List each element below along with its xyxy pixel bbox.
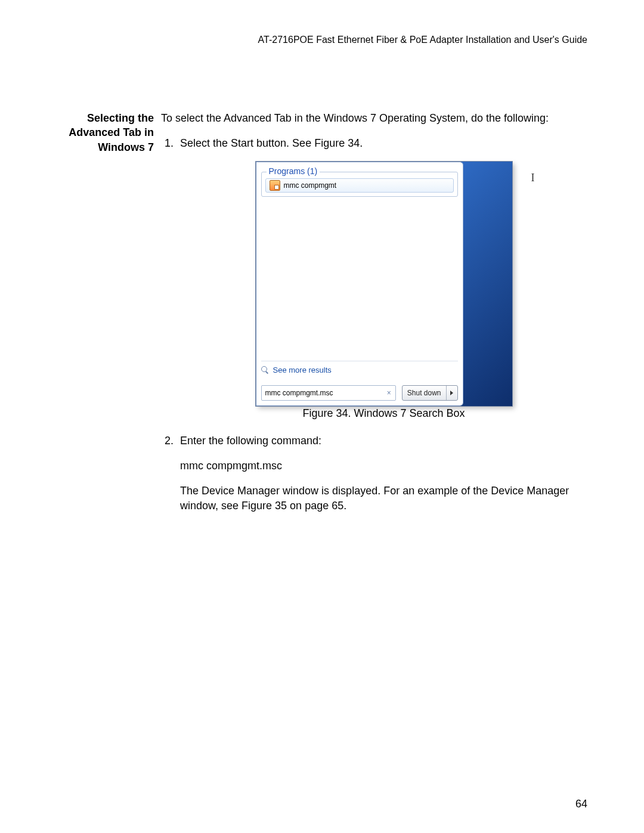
search-input-value: mmc compmgmt.msc [265, 388, 333, 398]
search-result-text: mmc compmgmt [284, 181, 337, 190]
step-text: Enter the following command: [180, 433, 587, 448]
intro-paragraph: To select the Advanced Tab in the Window… [161, 111, 587, 125]
shutdown-menu-arrow-icon[interactable] [447, 386, 457, 400]
document-page: AT-2716POE Fast Ethernet Fiber & PoE Ada… [0, 0, 644, 833]
shutdown-split-button[interactable]: Shut down [402, 385, 458, 401]
heading-line: Windows 7 [57, 140, 154, 154]
procedure-step-2: Enter the following command: mmc compmgm… [177, 433, 587, 513]
search-icon [261, 366, 270, 374]
search-input[interactable]: mmc compmgmt.msc × [261, 385, 396, 401]
shutdown-button[interactable]: Shut down [402, 386, 447, 400]
heading-line: Selecting the [57, 111, 154, 125]
running-head: AT-2716POE Fast Ethernet Fiber & PoE Ada… [57, 35, 587, 45]
clear-search-button[interactable]: × [385, 388, 393, 398]
start-menu-bottom-row: mmc compmgmt.msc × Shut down [261, 385, 458, 401]
search-result-item[interactable]: mmc compmgmt [265, 178, 454, 193]
command-text: mmc compmgmt.msc [180, 459, 587, 473]
see-more-label: See more results [273, 365, 332, 376]
section-heading: Selecting the Advanced Tab in Windows 7 [57, 111, 161, 154]
screenshot-desktop: I Programs (1) mmc compmgmt [256, 162, 512, 406]
see-more-results-link[interactable]: See more results [261, 361, 458, 376]
procedure-list: Select the Start button. See Figure 34. … [161, 136, 587, 513]
heading-line: Advanced Tab in [57, 125, 154, 140]
programs-group: Programs (1) mmc compmgmt [261, 172, 458, 197]
content-area: Selecting the Advanced Tab in Windows 7 … [57, 111, 587, 524]
procedure-step-1: Select the Start button. See Figure 34. … [177, 136, 587, 420]
ibeam-cursor-icon: I [531, 171, 535, 185]
figure-34: I Programs (1) mmc compmgmt [180, 162, 587, 420]
step-body: The Device Manager window is displayed. … [180, 484, 587, 513]
figure-caption: Figure 34. Windows 7 Search Box [180, 406, 587, 420]
main-column: To select the Advanced Tab in the Window… [161, 111, 587, 524]
msc-file-icon [270, 180, 280, 191]
start-menu-search-panel: Programs (1) mmc compmgmt See more resul… [256, 162, 463, 406]
page-number: 64 [575, 798, 587, 810]
programs-group-label: Programs (1) [267, 166, 320, 177]
step-text: Select the Start button. See Figure 34. [180, 137, 363, 149]
